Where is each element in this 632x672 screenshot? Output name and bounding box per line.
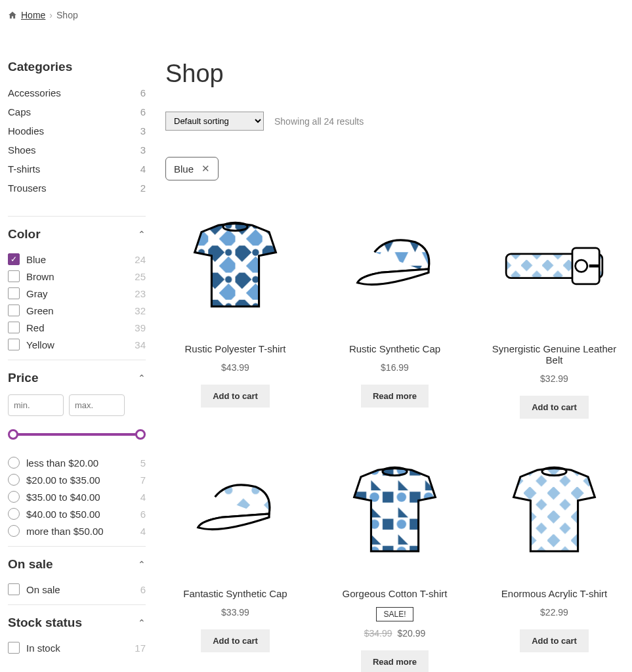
product-card[interactable]: Gorgeous Cotton T-shirt SALE! $34.99$20.… (325, 452, 465, 672)
stock-option[interactable]: In stock17 (8, 639, 146, 656)
product-price: $22.99 (484, 607, 624, 618)
breadcrumb-home[interactable]: Home (21, 10, 45, 20)
price-range-option[interactable]: $20.00 to $35.007 (8, 471, 146, 488)
color-filter-toggle[interactable]: Color ⌃ (8, 227, 146, 242)
stock-count: 17 (135, 642, 146, 654)
sort-select[interactable]: Default sorting (165, 112, 264, 131)
add-to-cart-button[interactable]: Add to cart (201, 629, 270, 652)
category-count: 6 (140, 106, 146, 117)
onsale-heading: On sale (8, 557, 53, 572)
onsale-option[interactable]: On sale6 (8, 581, 146, 598)
product-card[interactable]: Synergistic Genuine Leather Belt $32.99 … (484, 207, 624, 419)
active-filters: Blue ✕ (165, 157, 624, 180)
range-label: $20.00 to $35.00 (26, 474, 140, 486)
product-card[interactable]: Rustic Synthetic Cap $16.99 Read more (325, 207, 465, 419)
category-item[interactable]: Hoodies3 (8, 121, 146, 140)
color-count: 23 (135, 288, 146, 299)
slider-handle-max[interactable] (135, 429, 146, 440)
checkbox-icon (8, 270, 20, 282)
product-title: Synergistic Genuine Leather Belt (484, 343, 624, 366)
category-label: Hoodies (8, 125, 44, 136)
color-option[interactable]: Brown25 (8, 268, 146, 285)
color-count: 32 (135, 305, 146, 316)
add-to-cart-button[interactable]: Add to cart (520, 629, 589, 652)
old-price: $34.99 (364, 628, 392, 639)
product-grid: Rustic Polyester T-shirt $43.99 Add to c… (165, 207, 624, 672)
read-more-button[interactable]: Read more (361, 385, 429, 408)
product-title: Gorgeous Cotton T-shirt (325, 588, 465, 599)
category-item[interactable]: Accessories6 (8, 83, 146, 102)
product-card[interactable]: Enormous Acrylic T-shirt $22.99 Add to c… (484, 452, 624, 672)
product-title: Fantastic Synthetic Cap (165, 588, 305, 599)
chevron-up-icon: ⌃ (138, 618, 146, 628)
range-count: 6 (140, 509, 146, 520)
color-count: 34 (135, 339, 146, 350)
add-to-cart-button[interactable]: Add to cart (520, 396, 589, 419)
price-range-option[interactable]: more than $50.004 (8, 522, 146, 539)
radio-icon (8, 491, 20, 503)
close-icon[interactable]: ✕ (201, 163, 210, 175)
color-option[interactable]: Red39 (8, 319, 146, 336)
onsale-filter-toggle[interactable]: On sale ⌃ (8, 557, 146, 572)
checkbox-icon (8, 583, 20, 595)
slider-handle-min[interactable] (8, 429, 18, 440)
sidebar: Categories Accessories6 Caps6 Hoodies3 S… (8, 60, 146, 672)
stock-filter-toggle[interactable]: Stock status ⌃ (8, 616, 146, 630)
categories-heading: Categories (8, 60, 146, 74)
price-filter-toggle[interactable]: Price ⌃ (8, 371, 146, 385)
product-title: Enormous Acrylic T-shirt (484, 588, 624, 599)
stock-label: In stock (26, 642, 135, 654)
range-label: more than $50.00 (26, 526, 140, 537)
price-range-option[interactable]: less than $20.005 (8, 454, 146, 471)
category-count: 2 (140, 182, 146, 194)
category-item[interactable]: Trousers2 (8, 178, 146, 198)
chevron-up-icon: ⌃ (138, 559, 146, 570)
chevron-up-icon: ⌃ (138, 229, 146, 240)
stock-list: In stock17 (8, 639, 146, 656)
range-label: less than $20.00 (26, 457, 140, 469)
main-content: Shop Default sorting Showing all 24 resu… (165, 60, 624, 672)
range-count: 4 (140, 526, 146, 537)
color-filter: Color ⌃ ✓Blue24 Brown25 Gray23 Green32 R… (8, 216, 146, 353)
price-range-option[interactable]: $35.00 to $40.004 (8, 488, 146, 505)
checkbox-icon (8, 287, 20, 299)
product-image (325, 207, 465, 325)
radio-icon (8, 508, 20, 520)
radio-icon (8, 474, 20, 486)
color-count: 24 (135, 254, 146, 265)
color-count: 25 (135, 271, 146, 282)
category-count: 6 (140, 87, 146, 98)
category-list: Accessories6 Caps6 Hoodies3 Shoes3 T-shi… (8, 83, 146, 198)
color-count: 39 (135, 322, 146, 333)
price-range-list: less than $20.005 $20.00 to $35.007 $35.… (8, 454, 146, 539)
color-option[interactable]: ✓Blue24 (8, 251, 146, 268)
category-label: Trousers (8, 182, 47, 194)
read-more-button[interactable]: Read more (361, 650, 429, 672)
filter-chip: Blue ✕ (165, 157, 219, 180)
price-range-option[interactable]: $40.00 to $50.006 (8, 505, 146, 522)
color-option[interactable]: Yellow34 (8, 336, 146, 353)
current-price: $20.99 (398, 628, 426, 639)
product-price: $43.99 (165, 362, 305, 373)
range-count: 5 (140, 457, 146, 469)
color-label: Gray (26, 288, 135, 299)
product-price: $33.99 (165, 607, 305, 618)
category-item[interactable]: Caps6 (8, 102, 146, 121)
color-option[interactable]: Green32 (8, 302, 146, 319)
price-min-input[interactable] (8, 394, 64, 416)
color-option[interactable]: Gray23 (8, 285, 146, 302)
page-title: Shop (165, 60, 624, 88)
add-to-cart-button[interactable]: Add to cart (201, 385, 270, 408)
price-max-input[interactable] (69, 394, 125, 416)
category-item[interactable]: T-shirts4 (8, 159, 146, 178)
filter-chip-label: Blue (174, 163, 194, 175)
product-image (484, 452, 624, 570)
category-item[interactable]: Shoes3 (8, 140, 146, 159)
price-heading: Price (8, 371, 38, 385)
price-slider[interactable] (8, 428, 146, 441)
product-card[interactable]: Rustic Polyester T-shirt $43.99 Add to c… (165, 207, 305, 419)
color-label: Brown (26, 271, 135, 282)
slider-track (11, 433, 142, 436)
product-card[interactable]: Fantastic Synthetic Cap $33.99 Add to ca… (165, 452, 305, 672)
category-label: Caps (8, 106, 31, 117)
